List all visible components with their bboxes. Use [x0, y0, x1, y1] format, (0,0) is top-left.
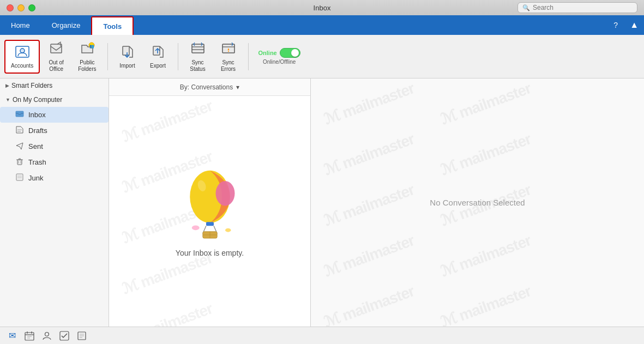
- svg-rect-21: [16, 174, 23, 180]
- search-icon: 🔍: [522, 4, 530, 11]
- out-of-office-icon: [49, 41, 64, 58]
- sent-icon: [15, 141, 24, 152]
- inbox-icon: [15, 110, 24, 120]
- help-icon: ?: [613, 21, 618, 29]
- public-folders-label: PublicFolders: [78, 59, 96, 73]
- empty-inbox-text: Your Inbox is empty.: [176, 249, 244, 257]
- export-icon: [151, 44, 166, 62]
- search-input[interactable]: [533, 4, 633, 11]
- sync-status-button[interactable]: SyncStatus: [184, 38, 212, 76]
- minimize-button[interactable]: [17, 4, 25, 11]
- calendar-icon-button[interactable]: [23, 329, 36, 342]
- svg-rect-13: [16, 111, 23, 117]
- drafts-label: Drafts: [28, 126, 47, 135]
- junk-label: Junk: [28, 174, 43, 182]
- export-label: Export: [150, 63, 166, 69]
- sidebar-section-smart-folders[interactable]: ▶ Smart Folders: [0, 79, 109, 93]
- notes-icon-button[interactable]: [75, 329, 88, 342]
- svg-point-32: [191, 225, 199, 230]
- toggle-switch[interactable]: [280, 48, 300, 58]
- sync-errors-icon: [221, 41, 236, 58]
- sent-label: Sent: [28, 142, 43, 150]
- sync-errors-label: SyncErrors: [221, 59, 236, 73]
- close-button[interactable]: [7, 4, 14, 11]
- svg-rect-26: [206, 222, 214, 226]
- svg-rect-5: [123, 46, 129, 55]
- toolbar-separator-2: [178, 43, 178, 70]
- no-conversation-text: No Conversation Selected: [430, 198, 525, 207]
- toggle-knob: [291, 49, 299, 57]
- online-label: Online: [258, 50, 277, 56]
- sidebar-item-inbox[interactable]: Inbox: [0, 107, 109, 123]
- svg-point-12: [228, 51, 229, 52]
- svg-point-1: [20, 49, 25, 53]
- maximize-button[interactable]: [28, 4, 35, 11]
- trash-label: Trash: [28, 158, 46, 166]
- sidebar-item-trash[interactable]: Trash: [0, 154, 109, 170]
- svg-text:👥: 👥: [89, 44, 94, 49]
- titlebar: Inbox 🔍: [0, 0, 644, 15]
- collapse-button[interactable]: ▲: [624, 15, 644, 35]
- import-label: Import: [119, 63, 135, 69]
- toolbar: Accounts Out ofOffice 👥 PublicFolders: [0, 35, 644, 79]
- junk-icon: [15, 173, 24, 183]
- window-controls: [7, 4, 35, 11]
- balloon-illustration: [172, 166, 248, 242]
- sidebar: ▶ Smart Folders ▼ On My Computer Inbox: [0, 79, 109, 327]
- tab-organize[interactable]: Organize: [41, 15, 92, 35]
- toolbar-separator-3: [248, 43, 249, 70]
- collapse-icon: ▲: [630, 20, 639, 30]
- people-icon-button[interactable]: [40, 329, 53, 342]
- drafts-icon: [15, 125, 24, 136]
- sync-errors-button[interactable]: SyncErrors: [214, 38, 243, 76]
- import-icon: [120, 44, 135, 62]
- detail-panel: ℳ mailmaster ℳ mailmaster ℳ mailmaster ℳ…: [311, 79, 644, 327]
- message-list-panel: By: Conversations ▾ ℳ mailmaster ℳ mailm…: [109, 79, 311, 327]
- inbox-label: Inbox: [28, 111, 46, 119]
- bottom-bar: ✉: [0, 327, 644, 344]
- trash-icon: [15, 157, 24, 167]
- empty-inbox: Your Inbox is empty.: [172, 166, 248, 257]
- nav-tabs: Home Organize Tools ? ▲: [0, 15, 644, 35]
- message-list-body: ℳ mailmaster ℳ mailmaster ℳ mailmaster ℳ…: [109, 96, 310, 327]
- sort-direction[interactable]: ▾: [236, 83, 239, 91]
- tab-tools[interactable]: Tools: [91, 16, 134, 35]
- svg-point-25: [215, 181, 234, 206]
- sidebar-section-on-my-computer[interactable]: ▼ On My Computer: [0, 93, 109, 107]
- chevron-down-icon: ▼: [5, 97, 10, 102]
- help-button[interactable]: ?: [607, 15, 624, 35]
- out-of-office-label: Out ofOffice: [49, 59, 64, 73]
- tab-home[interactable]: Home: [0, 15, 41, 35]
- sync-status-label: SyncStatus: [190, 59, 205, 73]
- svg-rect-7: [192, 44, 204, 53]
- accounts-icon: [15, 44, 30, 62]
- sidebar-item-sent[interactable]: Sent: [0, 138, 109, 154]
- sidebar-item-drafts[interactable]: Drafts: [0, 123, 109, 138]
- sort-label: By: Conversations: [180, 83, 233, 91]
- svg-rect-2: [51, 44, 62, 53]
- out-of-office-button[interactable]: Out ofOffice: [42, 38, 70, 76]
- svg-rect-16: [17, 160, 22, 165]
- search-box: 🔍: [517, 2, 637, 13]
- message-list-header: By: Conversations ▾: [109, 79, 310, 96]
- tasks-icon-button[interactable]: [58, 329, 71, 342]
- sidebar-item-junk[interactable]: Junk: [0, 170, 109, 186]
- svg-point-33: [225, 228, 231, 232]
- export-button[interactable]: Export: [144, 41, 172, 73]
- window-title: Inbox: [314, 4, 331, 12]
- toolbar-separator-1: [107, 43, 108, 70]
- on-my-computer-label: On My Computer: [13, 96, 62, 104]
- sync-status-icon: [190, 41, 206, 58]
- accounts-button[interactable]: Accounts: [4, 40, 40, 74]
- svg-rect-6: [153, 46, 160, 55]
- online-offline-label: Online/Offline: [263, 59, 296, 65]
- mail-icon-button[interactable]: ✉: [5, 329, 19, 342]
- svg-point-41: [45, 332, 49, 336]
- chevron-right-icon: ▶: [5, 83, 9, 88]
- main-content: ▶ Smart Folders ▼ On My Computer Inbox: [0, 79, 644, 327]
- public-folders-button[interactable]: 👥 PublicFolders: [73, 38, 101, 76]
- smart-folders-label: Smart Folders: [11, 82, 52, 89]
- online-offline-toggle[interactable]: Online Online/Offline: [254, 46, 305, 67]
- import-button[interactable]: Import: [113, 41, 142, 73]
- accounts-label: Accounts: [11, 63, 33, 69]
